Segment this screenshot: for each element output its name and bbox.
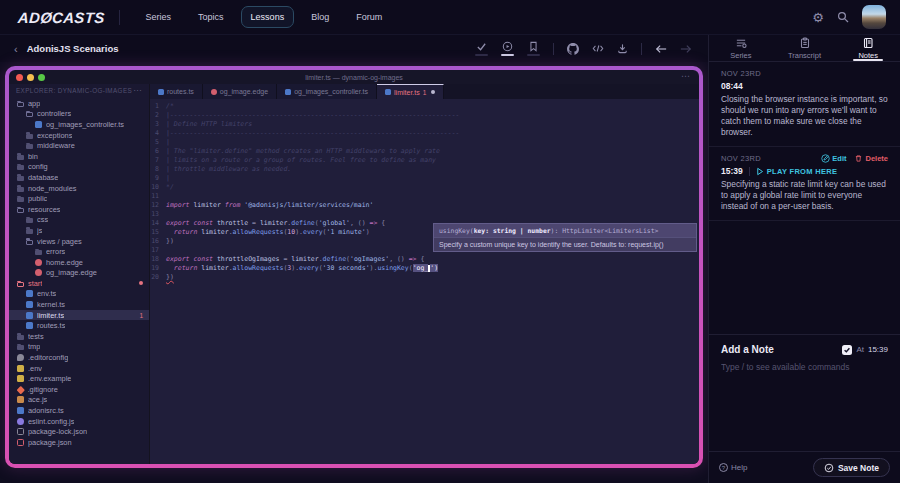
tree-item-tmp[interactable]: tmp (9, 342, 149, 353)
tree-item-label: home.edge (46, 258, 83, 267)
tree-item-limiter.ts[interactable]: limiter.ts1 (9, 310, 149, 321)
mark-complete-state-underline (475, 54, 488, 56)
mark-complete-button[interactable] (475, 41, 488, 56)
play-from-here-button[interactable]: PLAY FROM HERE (756, 167, 837, 176)
tree-item-.editorconfig[interactable]: .editorconfig (9, 352, 149, 363)
tree-item-home.edge[interactable]: home.edge (9, 257, 149, 268)
window-title: limiter.ts — dynamic-og-images (305, 74, 403, 81)
tree-item-routes.ts[interactable]: routes.ts (9, 320, 149, 331)
nav-item-lessons[interactable]: Lessons (241, 6, 295, 28)
download-button[interactable] (617, 43, 628, 54)
avatar[interactable] (862, 5, 886, 29)
nav-divider (119, 10, 120, 25)
tab-notes[interactable]: Notes (836, 35, 900, 61)
line-number: 19 (150, 264, 166, 273)
folder-icon (17, 208, 24, 213)
embed-button[interactable] (592, 43, 604, 54)
note-input[interactable] (721, 362, 888, 442)
nav-item-topics[interactable]: Topics (188, 6, 234, 28)
tab-series[interactable]: Series (709, 35, 773, 61)
tree-item-bin[interactable]: bin (9, 151, 149, 162)
code-text: | The "limiter.define" method creates an… (166, 147, 440, 156)
tree-item-.env.example[interactable]: .env.example (9, 373, 149, 384)
tree-item-og-image.edge[interactable]: og_image.edge (9, 268, 149, 279)
tree-item-tests[interactable]: tests (9, 331, 149, 342)
editor-pane: routes.tsog_image.edgeog_images_controll… (150, 84, 699, 464)
tree-item-resources[interactable]: resources (9, 204, 149, 215)
note-time-row: 15:39PLAY FROM HERE (721, 166, 888, 176)
adocasts-logo[interactable]: ADØCASTS (17, 9, 105, 26)
delete-note-button[interactable]: Delete (854, 154, 888, 163)
tree-item-adonisrc.ts[interactable]: adonisrc.ts (9, 405, 149, 416)
tree-item-node-modules[interactable]: node_modules (9, 183, 149, 194)
titlebar-more-icon: ⋯ (681, 71, 691, 81)
save-note-button[interactable]: Save Note (813, 458, 890, 477)
tree-item-views-pages[interactable]: views / pages (9, 236, 149, 247)
github-button[interactable] (567, 43, 579, 55)
editor-tab-limiter.ts[interactable]: limiter.ts1 (377, 84, 444, 99)
video-player[interactable]: limiter.ts — dynamic-og-images ⋯ EXPLORE… (0, 62, 708, 483)
unsaved-dot-icon (431, 90, 435, 94)
line-number: 7 (150, 156, 166, 165)
tree-item-env.ts[interactable]: env.ts (9, 289, 149, 300)
tree-item-errors[interactable]: errors (9, 246, 149, 257)
editor-tab-og_images_controller.ts[interactable]: og_images_controller.ts (277, 84, 377, 99)
back-icon[interactable]: ‹ (14, 43, 18, 55)
tree-item-label: resources (28, 205, 60, 214)
code-area[interactable]: 1/*2|-----------------------------------… (150, 99, 699, 464)
tree-item-package.json[interactable]: package.json (9, 437, 149, 448)
code-line: 9| (150, 174, 699, 183)
code-line: 2|--------------------------------------… (150, 111, 699, 120)
tree-item-app[interactable]: app (9, 98, 149, 109)
editor-tab-og_image.edge[interactable]: og_image.edge (203, 84, 277, 99)
tab-transcript[interactable]: Transcript (773, 35, 837, 61)
edit-note-button[interactable]: Edit (821, 154, 846, 163)
tree-item-og-images-controller.ts[interactable]: og_images_controller.ts (9, 119, 149, 130)
tree-item-label: .editorconfig (28, 353, 68, 362)
download-icon (617, 43, 628, 54)
tree-item-database[interactable]: database (9, 172, 149, 183)
note-timestamp[interactable]: 08:44 (721, 81, 743, 91)
timestamp-checkbox[interactable] (842, 345, 852, 355)
tree-item-label: css (37, 215, 48, 224)
nav-item-forum[interactable]: Forum (346, 6, 392, 28)
time-divider (749, 167, 750, 176)
code-lines: 1/*2|-----------------------------------… (150, 102, 699, 282)
note-actions: EditDelete (821, 154, 888, 163)
line-number: 12 (150, 201, 166, 210)
autoplay-button[interactable] (501, 41, 514, 56)
tree-item-exceptions[interactable]: exceptions (9, 130, 149, 141)
tree-item-js[interactable]: js (9, 225, 149, 236)
help-button[interactable]: ? Help (719, 463, 747, 472)
nav-item-series[interactable]: Series (136, 6, 182, 28)
lesson-series-title[interactable]: AdonisJS Scenarios (27, 43, 119, 54)
nav-item-blog[interactable]: Blog (301, 6, 339, 28)
tree-item-config[interactable]: config (9, 162, 149, 173)
tree-item-start[interactable]: start (9, 278, 149, 289)
tree-item-kernel.ts[interactable]: kernel.ts (9, 299, 149, 310)
tree-item-ace.js[interactable]: ace.js (9, 395, 149, 406)
tree-item-.gitignore[interactable]: .gitignore (9, 384, 149, 395)
previous-lesson-button[interactable] (655, 44, 667, 54)
code-line: 6| The "limiter.define" method creates a… (150, 147, 699, 156)
tree-item-css[interactable]: css (9, 215, 149, 226)
note-text: Closing the browser instance is importan… (721, 94, 888, 138)
note-timestamp[interactable]: 15:39 (721, 166, 743, 176)
tree-item-eslint.config.js[interactable]: eslint.config.js (9, 416, 149, 427)
close-light-icon (16, 74, 23, 81)
editor-tab-routes.ts[interactable]: routes.ts (150, 84, 203, 99)
code-text: return limiter.allowRequests(10).every('… (166, 228, 370, 237)
explorer-more-icon[interactable]: ⋯ (133, 86, 142, 95)
code-text: }) (166, 273, 174, 282)
tree-item-controllers[interactable]: controllers (9, 109, 149, 120)
gear-icon[interactable]: ⚙ (812, 11, 824, 24)
tree-item-package-lock.json[interactable]: package-lock.json (9, 426, 149, 437)
tree-item-.env[interactable]: .env (9, 363, 149, 374)
tree-item-public[interactable]: public (9, 193, 149, 204)
search-icon[interactable] (837, 11, 849, 23)
code-text: | (166, 174, 170, 183)
line-number: 6 (150, 147, 166, 156)
bookmark-button[interactable] (527, 41, 540, 56)
tree-item-middleware[interactable]: middleware (9, 140, 149, 151)
file-icon-eslint (17, 418, 24, 425)
